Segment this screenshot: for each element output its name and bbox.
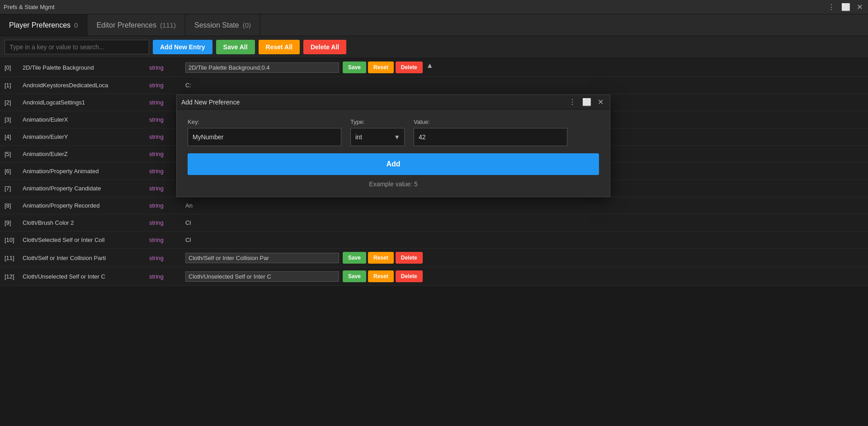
row-value-input[interactable] [185,253,339,263]
add-entry-button[interactable]: Add New Entry [153,40,212,54]
row-name: AndroidLogcatSettings1 [23,99,149,106]
reset-all-button[interactable]: Reset All [259,40,300,54]
modal-fields: Key: Type: string int float ▼ [188,118,599,146]
value-input[interactable] [414,128,567,146]
tab-player-count: 0 [74,21,78,29]
row-index: [6] [5,168,23,175]
save-button[interactable]: Save [343,62,366,73]
type-field-group: Type: string int float ▼ [350,118,405,146]
row-type: string [149,82,185,89]
window-controls: ⋮ ⬜ ✕ [826,4,864,11]
save-button[interactable]: Save [343,270,366,282]
row-name: Animation/EulerY [23,133,149,140]
list-item: [0] 2D/Tile Palette Background string Sa… [0,58,868,77]
row-name: Animation/Property Animated [23,168,149,175]
list-item: [8] Animation/Property Recorded string A… [0,197,868,214]
tab-editor-label: Editor Preferences [96,21,156,29]
tab-editor[interactable]: Editor Preferences (111) [87,14,185,36]
row-index: [7] [5,185,23,192]
modal-body: Key: Type: string int float ▼ [177,109,610,197]
row-index: [1] [5,82,23,89]
delete-button[interactable]: Delete [396,270,423,282]
reset-button[interactable]: Reset [368,62,394,73]
row-value: Cl [185,237,863,243]
row-type: string [149,255,185,261]
row-name: Animation/EulerZ [23,151,149,157]
row-index: [4] [5,133,23,140]
row-name: AndroidKeystoresDedicatedLoca [23,82,149,89]
row-index: [12] [5,273,23,280]
delete-button[interactable]: Delete [396,62,423,73]
row-type: string [149,64,185,71]
row-actions: Save Reset Delete [343,252,423,264]
example-text: Example value: 5 [188,180,599,188]
type-select-wrapper: string int float ▼ [350,128,405,146]
tab-session-count: (0) [243,21,251,29]
type-label: Type: [350,118,405,125]
row-index: [8] [5,202,23,209]
value-label: Value: [414,118,567,125]
reset-button[interactable]: Reset [368,252,394,264]
row-index: [2] [5,99,23,106]
row-index: [9] [5,219,23,226]
row-index: [0] [5,64,23,71]
row-type: string [149,202,185,209]
modal-close-button[interactable]: ✕ [596,99,605,106]
modal-dots-button[interactable]: ⋮ [567,99,578,106]
modal-title-bar: Add New Preference ⋮ ⬜ ✕ [177,95,610,109]
tab-player-label: Player Preferences [9,21,71,29]
dots-button[interactable]: ⋮ [826,4,837,11]
title-bar: Prefs & State Mgmt ⋮ ⬜ ✕ [0,0,868,14]
row-type: string [149,219,185,226]
row-name: Cloth/Self or Inter Collision Parti [23,255,149,261]
close-button[interactable]: ✕ [855,4,864,11]
modal-maximize-button[interactable]: ⬜ [580,99,593,106]
type-select[interactable]: string int float [350,128,405,146]
row-name: Cloth/Unselected Self or Inter C [23,273,149,280]
modal-title: Add New Preference [181,99,240,106]
row-value-input[interactable] [185,62,339,73]
tab-session-label: Session State [194,21,239,29]
add-preference-modal: Add New Preference ⋮ ⬜ ✕ Key: Type: [176,95,610,197]
tab-player[interactable]: Player Preferences 0 [0,14,87,36]
search-input[interactable] [5,40,149,54]
save-all-button[interactable]: Save All [216,40,255,54]
delete-all-button[interactable]: Delete All [303,40,346,54]
row-type: string [149,237,185,243]
row-value: An [185,202,863,209]
row-actions: Save Reset Delete ▲ [343,62,435,73]
row-name: Cloth/Selected Self or Inter Coll [23,237,149,243]
row-name: Animation/Property Candidate [23,185,149,192]
key-field-group: Key: [188,118,341,146]
key-input[interactable] [188,128,341,146]
delete-button[interactable]: Delete [396,252,423,264]
row-value: Cl [185,219,863,226]
scroll-up-icon[interactable]: ▲ [425,62,435,73]
row-type: string [149,273,185,280]
toolbar: Add New Entry Save All Reset All Delete … [0,36,868,58]
list-item: [1] AndroidKeystoresDedicatedLoca string… [0,77,868,94]
tab-session[interactable]: Session State (0) [185,14,260,36]
tab-bar: Player Preferences 0 Editor Preferences … [0,14,868,36]
list-item: [9] Cloth/Brush Color 2 string Cl [0,214,868,232]
maximize-button[interactable]: ⬜ [840,4,852,11]
window-title: Prefs & State Mgmt [4,4,55,10]
list-item: [10] Cloth/Selected Self or Inter Coll s… [0,232,868,249]
row-index: [11] [5,255,23,261]
modal-controls: ⋮ ⬜ ✕ [567,99,605,106]
value-field-group: Value: [414,118,567,146]
row-index: [5] [5,151,23,157]
row-index: [3] [5,116,23,123]
row-value-input[interactable] [185,271,339,282]
key-label: Key: [188,118,341,125]
add-button[interactable]: Add [188,153,599,175]
row-name: Animation/EulerX [23,116,149,123]
save-button[interactable]: Save [343,252,366,264]
row-value: C: [185,82,863,89]
reset-button[interactable]: Reset [368,270,394,282]
list-item: [12] Cloth/Unselected Self or Inter C st… [0,267,868,286]
tab-editor-count: (111) [160,21,176,29]
row-name: Animation/Property Recorded [23,202,149,209]
row-index: [10] [5,237,23,243]
row-name: 2D/Tile Palette Background [23,64,149,71]
